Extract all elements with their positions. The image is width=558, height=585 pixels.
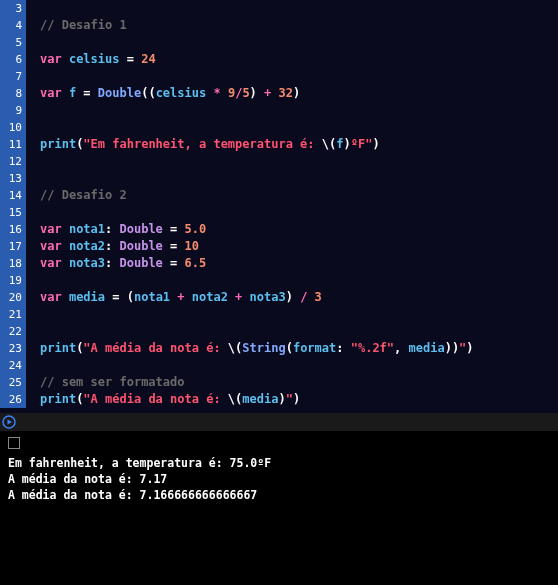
code-line[interactable]: var media = (nota1 + nota2 + nota3) / 3 — [40, 289, 558, 306]
code-token: nota2 — [192, 290, 228, 304]
code-token: nota3 — [250, 290, 286, 304]
line-number: 13 — [0, 170, 26, 187]
code-token: Double — [119, 239, 162, 253]
line-number: 17 — [0, 238, 26, 255]
code-token: print — [40, 137, 76, 151]
run-bar — [0, 413, 558, 431]
code-line[interactable] — [40, 170, 558, 187]
code-token: = — [163, 222, 185, 236]
code-token: print — [40, 341, 76, 355]
console-header — [8, 437, 550, 455]
code-line[interactable] — [40, 68, 558, 85]
console-line: A média da nota é: 7.17 — [8, 471, 550, 487]
code-area[interactable]: // Desafio 1var celsius = 24var f = Doub… — [32, 0, 558, 413]
line-number: 12 — [0, 153, 26, 170]
code-line[interactable]: print("A média da nota é: \(String(forma… — [40, 340, 558, 357]
code-token: / — [300, 290, 314, 304]
line-number: 18 — [0, 255, 26, 272]
code-line[interactable]: var f = Double((celsius * 9/5) + 32) — [40, 85, 558, 102]
code-token: = — [163, 256, 185, 270]
line-number: 15 — [0, 204, 26, 221]
console-line: Em fahrenheit, a temperatura é: 75.0ºF — [8, 455, 550, 471]
code-line[interactable]: // Desafio 1 — [40, 17, 558, 34]
code-token: var — [40, 290, 69, 304]
code-line[interactable] — [40, 323, 558, 340]
console-line: A média da nota é: 7.166666666666667 — [8, 487, 550, 503]
line-number: 24 — [0, 357, 26, 374]
code-line[interactable]: // sem ser formatado — [40, 374, 558, 391]
line-number: 7 — [0, 68, 26, 85]
code-token: nota2 — [69, 239, 105, 253]
line-number: 8 — [0, 85, 26, 102]
code-token: "%.2f" — [351, 341, 394, 355]
stop-icon[interactable] — [8, 437, 20, 449]
line-number: 14 — [0, 187, 26, 204]
code-token: ) — [343, 137, 350, 151]
code-line[interactable]: // Desafio 2 — [40, 187, 558, 204]
code-token: = — [119, 52, 141, 66]
code-token: 6.5 — [185, 256, 207, 270]
code-token: \( — [322, 137, 336, 151]
code-token: ) — [372, 137, 379, 151]
code-token: 10 — [185, 239, 199, 253]
code-token: : — [105, 222, 119, 236]
code-line[interactable] — [40, 119, 558, 136]
code-line[interactable]: var nota1: Double = 5.0 — [40, 221, 558, 238]
code-token: (( — [141, 86, 155, 100]
code-token: ) — [293, 392, 300, 406]
console-output: Em fahrenheit, a temperatura é: 75.0ºFA … — [8, 455, 550, 503]
code-editor[interactable]: 3456789101112131415161718192021222324252… — [0, 0, 558, 413]
code-token: * — [206, 86, 228, 100]
code-token: , — [394, 341, 408, 355]
code-token: : — [105, 239, 119, 253]
code-token: "A média da nota é: — [83, 341, 228, 355]
run-icon[interactable] — [2, 415, 16, 429]
line-number: 9 — [0, 102, 26, 119]
code-token: var — [40, 86, 69, 100]
code-token: Double — [119, 256, 162, 270]
line-number: 26 — [0, 391, 26, 408]
code-token: " — [286, 392, 293, 406]
code-token: Double — [119, 222, 162, 236]
code-line[interactable]: print("Em fahrenheit, a temperatura é: \… — [40, 136, 558, 153]
code-line[interactable] — [40, 357, 558, 374]
code-token: String — [242, 341, 285, 355]
line-number: 4 — [0, 17, 26, 34]
code-token: 5.0 — [185, 222, 207, 236]
line-number: 10 — [0, 119, 26, 136]
line-number: 25 — [0, 374, 26, 391]
code-token: 24 — [141, 52, 155, 66]
code-token: 32 — [279, 86, 293, 100]
code-line[interactable] — [40, 102, 558, 119]
code-token: "Em fahrenheit, a temperatura é: — [83, 137, 321, 151]
code-line[interactable] — [40, 0, 558, 17]
code-token: \( — [228, 341, 242, 355]
code-line[interactable]: var celsius = 24 — [40, 51, 558, 68]
line-number: 22 — [0, 323, 26, 340]
line-number: 21 — [0, 306, 26, 323]
code-token: media — [409, 341, 445, 355]
code-line[interactable] — [40, 34, 558, 51]
line-gutter: 3456789101112131415161718192021222324252… — [0, 0, 32, 413]
code-token: ) — [466, 341, 473, 355]
line-number: 6 — [0, 51, 26, 68]
code-token: var — [40, 222, 69, 236]
code-line[interactable]: print("A média da nota é: \(media)") — [40, 391, 558, 408]
code-line[interactable] — [40, 153, 558, 170]
code-token: = — [76, 86, 98, 100]
code-token: nota1 — [134, 290, 170, 304]
code-line[interactable]: var nota3: Double = 6.5 — [40, 255, 558, 272]
code-line[interactable]: var nota2: Double = 10 — [40, 238, 558, 255]
code-token: ( — [127, 290, 134, 304]
code-token: 3 — [315, 290, 322, 304]
code-line[interactable] — [40, 204, 558, 221]
code-line[interactable] — [40, 272, 558, 289]
code-token: print — [40, 392, 76, 406]
code-token: var — [40, 52, 69, 66]
line-number: 19 — [0, 272, 26, 289]
code-token: ºF" — [351, 137, 373, 151]
code-line[interactable] — [40, 306, 558, 323]
code-token: // Desafio 1 — [40, 18, 127, 32]
code-token: ) — [278, 392, 285, 406]
code-token: ) — [286, 290, 300, 304]
